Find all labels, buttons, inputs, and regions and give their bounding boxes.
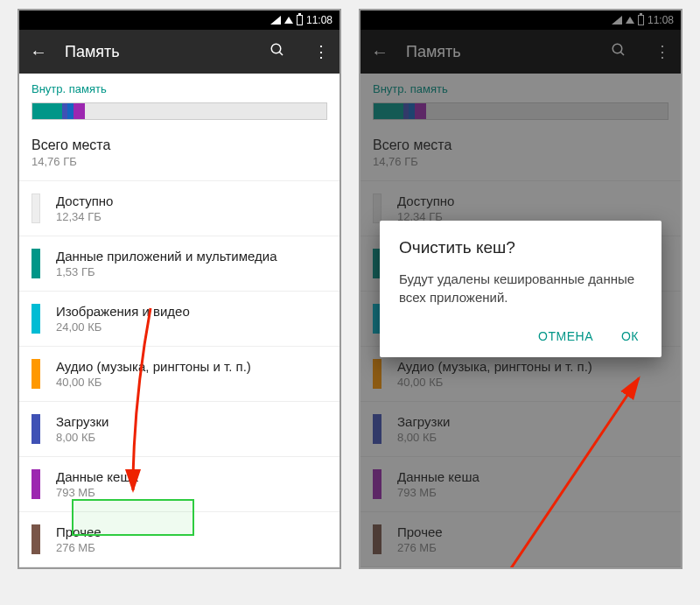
svg-point-0 <box>271 44 281 53</box>
color-swatch <box>32 359 40 389</box>
item-title: Доступно <box>56 193 327 208</box>
dialog-scrim[interactable]: Очистить кеш? Будут удалены кешированные… <box>360 11 681 567</box>
clear-cache-dialog: Очистить кеш? Будут удалены кешированные… <box>380 221 662 357</box>
item-size: 12,34 ГБ <box>56 210 327 223</box>
storage-segment <box>67 103 74 119</box>
storage-item[interactable]: Загрузки8,00 КБ <box>19 402 340 457</box>
dialog-body: Будут удалены кешированные данные всех п… <box>399 270 642 306</box>
status-bar: 11:08 <box>19 11 340 30</box>
storage-item[interactable]: Доступно12,34 ГБ <box>19 181 340 236</box>
ok-button[interactable]: ОК <box>618 324 642 348</box>
svg-line-1 <box>279 52 283 55</box>
phone-right: 11:08 ← Память ⋮ Внутр. память Всего мес… <box>359 9 682 569</box>
storage-item[interactable]: Данные кеша793 МБ <box>19 457 340 512</box>
total-label: Всего места <box>32 137 327 153</box>
storage-segment <box>32 103 62 119</box>
item-size: 8,00 КБ <box>56 431 327 444</box>
color-swatch <box>32 524 40 554</box>
color-swatch <box>32 193 40 223</box>
storage-segment <box>85 103 326 119</box>
app-bar: ← Память ⋮ <box>19 30 340 74</box>
storage-item[interactable]: Прочее276 МБ <box>19 512 340 567</box>
item-size: 40,00 КБ <box>56 376 327 389</box>
item-title: Данные кеша <box>56 469 327 484</box>
item-size: 793 МБ <box>56 486 327 499</box>
item-title: Аудио (музыка, рингтоны и т. п.) <box>56 359 327 374</box>
storage-item[interactable]: Аудио (музыка, рингтоны и т. п.)40,00 КБ <box>19 347 340 402</box>
item-title: Данные приложений и мультимедиа <box>56 249 327 264</box>
item-size: 276 МБ <box>56 541 327 554</box>
color-swatch <box>32 304 40 334</box>
storage-item[interactable]: Изображения и видео24,00 КБ <box>19 292 340 347</box>
wifi-icon <box>284 17 293 24</box>
total-value: 14,76 ГБ <box>32 155 327 168</box>
dialog-title: Очистить кеш? <box>399 238 642 257</box>
storage-item[interactable]: Данные приложений и мультимедиа1,53 ГБ <box>19 236 340 292</box>
back-icon[interactable]: ← <box>30 42 47 62</box>
battery-icon <box>297 15 303 25</box>
app-title: Память <box>65 43 242 61</box>
section-header: Внутр. память <box>19 74 340 99</box>
storage-segment <box>62 103 68 119</box>
item-title: Загрузки <box>56 414 327 429</box>
color-swatch <box>32 469 40 499</box>
storage-bar <box>32 102 327 120</box>
more-icon[interactable]: ⋮ <box>313 42 329 61</box>
clock: 11:08 <box>306 14 332 26</box>
item-size: 1,53 ГБ <box>56 265 327 278</box>
total-block: Всего места 14,76 ГБ <box>19 132 340 181</box>
item-title: Прочее <box>56 524 327 539</box>
signal-icon <box>270 16 281 25</box>
color-swatch <box>32 414 40 444</box>
item-title: Изображения и видео <box>56 304 327 319</box>
search-icon[interactable] <box>270 42 285 62</box>
item-size: 24,00 КБ <box>56 320 327 334</box>
dialog-actions: ОТМЕНА ОК <box>399 324 642 348</box>
storage-segment <box>74 103 85 119</box>
cancel-button[interactable]: ОТМЕНА <box>535 324 597 348</box>
phone-left: 11:08 ← Память ⋮ Внутр. память Всего мес… <box>18 9 341 569</box>
color-swatch <box>32 249 40 278</box>
